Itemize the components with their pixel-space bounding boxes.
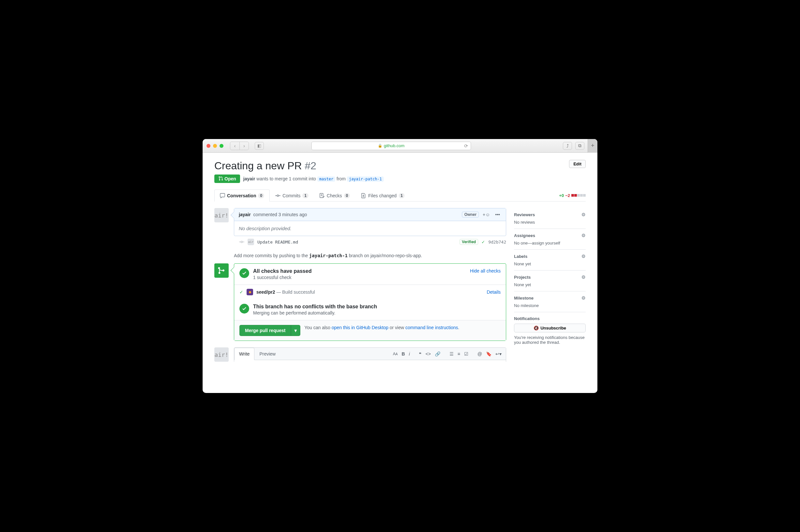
comment-body: No description provided. — [234, 221, 506, 236]
pr-title: Creating a new PR #2 — [214, 160, 316, 172]
commit-message[interactable]: Update README.md — [257, 240, 298, 245]
text-size-icon[interactable]: AA — [391, 350, 399, 358]
tabs-button[interactable]: ⧉ — [575, 142, 584, 150]
minimize-window[interactable] — [213, 144, 217, 148]
browser-window: ‹ › ◧ 🔒 github.com ⟳ ⤴ ⧉ + Creating a ne… — [203, 139, 597, 393]
ul-icon[interactable]: ☰ — [448, 350, 455, 358]
editor-toolbar: AA B i ❝ <> 🔗 ☰ ≡ ☑ — [391, 350, 503, 358]
hide-checks-link[interactable]: Hide all checks — [470, 268, 501, 273]
commit-avatar[interactable]: air — [247, 239, 254, 245]
check-item: ✓ seed/pr2 — Build successful Details — [234, 285, 506, 299]
lock-icon: 🔒 — [378, 144, 383, 148]
diff-stats: +0 −2 — [559, 193, 586, 198]
projects-title: Projects — [514, 275, 531, 280]
mute-icon: 🔇 — [534, 326, 539, 330]
pr-number: #2 — [304, 160, 316, 172]
checks-subtitle: 1 successful check — [253, 275, 312, 280]
bold-icon[interactable]: B — [400, 350, 407, 358]
reload-icon[interactable]: ⟳ — [464, 143, 468, 149]
forward-button[interactable]: › — [239, 142, 248, 150]
reply-icon[interactable]: ↩▾ — [494, 350, 503, 358]
new-tab-button[interactable]: + — [588, 139, 597, 153]
commit-row: air Update README.md Verified ✓ 9d2b742 — [214, 236, 506, 248]
comment-editor: Write Preview AA B i ❝ <> 🔗 — [234, 347, 506, 362]
close-window[interactable] — [206, 144, 210, 148]
check-circle-icon — [239, 304, 249, 314]
quote-icon[interactable]: ❝ — [417, 350, 423, 358]
check-circle-icon — [239, 268, 249, 278]
preview-tab[interactable]: Preview — [255, 348, 280, 360]
pr-title-text: Creating a new PR — [214, 160, 302, 172]
status-check-icon[interactable]: ✓ — [481, 240, 485, 245]
gear-icon[interactable]: ⚙ — [581, 233, 586, 238]
tab-files[interactable]: Files changed 1 — [355, 189, 410, 202]
comment-time: commented 3 minutes ago — [254, 212, 307, 217]
tab-conversation[interactable]: Conversation 0 — [214, 189, 270, 202]
projects-body: None yet — [514, 282, 586, 287]
labels-body: None yet — [514, 262, 586, 266]
link-icon[interactable]: 🔗 — [433, 350, 442, 358]
reference-icon[interactable]: 🔖 — [484, 350, 493, 358]
desktop-link[interactable]: open this in GitHub Desktop — [332, 325, 388, 330]
file-diff-icon — [361, 193, 366, 198]
italic-icon[interactable]: i — [407, 350, 411, 358]
avatar[interactable]: air! — [214, 208, 229, 222]
pr-meta-text: jayair wants to merge 1 commit into mast… — [243, 176, 384, 182]
conflict-subtitle: Merging can be performed automatically. — [253, 310, 377, 316]
reaction-button[interactable]: +☺ — [481, 212, 491, 217]
url-bar[interactable]: 🔒 github.com ⟳ — [311, 141, 471, 150]
svg-point-2 — [241, 241, 243, 243]
edit-button[interactable]: Edit — [569, 160, 586, 168]
milestone-title: Milestone — [514, 296, 534, 301]
sidebar-toggle[interactable]: ◧ — [255, 142, 264, 150]
cli-link[interactable]: command line instructions — [405, 325, 458, 330]
push-hint: Add more commits by pushing to the jayai… — [234, 253, 506, 258]
unsubscribe-button[interactable]: 🔇Unsubscribe — [514, 324, 586, 332]
head-branch[interactable]: jayair-patch-1 — [347, 176, 384, 182]
merge-button[interactable]: Merge pull request — [239, 325, 291, 336]
nav-buttons: ‹ › — [230, 141, 249, 150]
pr-tabs: Conversation 0 Commits 1 Checks 0 Files … — [214, 189, 586, 202]
write-tab[interactable]: Write — [234, 348, 255, 360]
notifications-title: Notifications — [514, 316, 540, 321]
share-button[interactable]: ⤴ — [563, 142, 572, 150]
gear-icon[interactable]: ⚙ — [581, 274, 586, 280]
url-text: github.com — [384, 143, 405, 148]
diff-blocks — [571, 194, 586, 197]
git-pull-request-icon — [218, 176, 223, 181]
comment-header: jayair commented 3 minutes ago Owner +☺ … — [234, 208, 506, 221]
base-branch[interactable]: master — [317, 176, 335, 182]
assign-yourself-link[interactable]: No one—assign yourself — [514, 241, 560, 246]
pr-meta: Open jayair wants to merge 1 commit into… — [214, 174, 586, 183]
back-button[interactable]: ‹ — [230, 142, 239, 150]
comment-menu[interactable]: ••• — [494, 212, 501, 217]
commit-icon — [275, 193, 280, 198]
verified-badge[interactable]: Verified — [460, 239, 478, 245]
titlebar: ‹ › ◧ 🔒 github.com ⟳ ⤴ ⧉ + — [203, 139, 597, 153]
tab-commits[interactable]: Commits 1 — [270, 189, 314, 202]
comment-author[interactable]: jayair — [239, 212, 251, 217]
merge-status-icon — [214, 263, 229, 278]
gear-icon[interactable]: ⚙ — [581, 254, 586, 259]
pr-author[interactable]: jayair — [243, 176, 255, 182]
avatar[interactable]: air! — [214, 347, 229, 362]
code-icon[interactable]: <> — [424, 350, 432, 358]
ol-icon[interactable]: ≡ — [456, 350, 462, 358]
comment-box: jayair commented 3 minutes ago Owner +☺ … — [234, 208, 506, 236]
checklist-icon — [319, 193, 325, 198]
check-name: seed/pr2 — [256, 289, 275, 294]
gear-icon[interactable]: ⚙ — [581, 212, 586, 217]
task-icon[interactable]: ☑ — [463, 350, 470, 358]
check-details-link[interactable]: Details — [487, 289, 501, 294]
commit-sha[interactable]: 9d2b742 — [488, 240, 506, 245]
assignees-title: Assignees — [514, 233, 535, 238]
maximize-window[interactable] — [220, 144, 223, 148]
checks-title: All checks have passed — [253, 268, 312, 274]
page-content: Creating a new PR #2 Edit Open jayair wa… — [203, 153, 597, 393]
mention-icon[interactable]: @ — [476, 350, 484, 358]
gear-icon[interactable]: ⚙ — [581, 295, 586, 301]
tab-checks[interactable]: Checks 0 — [314, 189, 355, 202]
owner-badge: Owner — [462, 212, 479, 217]
merge-dropdown[interactable]: ▾ — [291, 325, 300, 336]
conflict-title: This branch has no conflicts with the ba… — [253, 304, 377, 310]
